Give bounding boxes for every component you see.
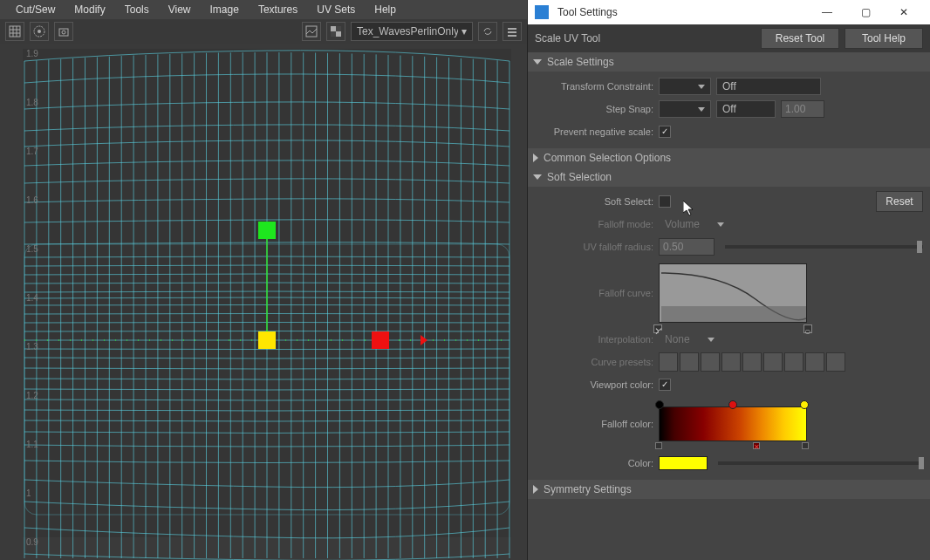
axis-tick: 1.5 [26,244,38,254]
svg-rect-9 [306,26,317,37]
tool-help-button[interactable]: Tool Help [845,28,923,49]
color-swatch[interactable] [659,456,708,470]
preset-4[interactable] [721,352,741,372]
svg-rect-12 [336,26,341,31]
axis-tick: 1.8 [26,98,38,107]
gradient-marker-active[interactable]: ✕ [753,442,760,449]
preset-6[interactable] [763,352,783,372]
preset-8[interactable] [805,352,824,372]
falloff-mode-dropdown[interactable]: Volume [659,215,730,233]
step-snap-label: Step Snap: [535,104,653,114]
soft-select-label: Soft Select: [535,196,653,207]
close-button[interactable]: ✕ [885,0,923,24]
axis-tick: 1 [26,488,31,498]
axis-tick: 1.1 [26,440,38,449]
axis-tick: 1.4 [26,293,38,303]
preset-1[interactable] [659,352,678,372]
menu-view[interactable]: View [160,1,200,18]
gradient-stop-black[interactable] [655,400,664,409]
viewport-color-checkbox[interactable] [659,379,671,391]
svg-point-6 [38,30,41,33]
common-selection-header[interactable]: Common Selection Options [528,148,930,167]
scale-settings-header[interactable]: Scale Settings [528,52,930,72]
axis-tick: 1.3 [26,342,38,352]
falloff-curve-label: Falloff curve: [535,288,653,298]
settings-icon[interactable] [503,22,522,41]
step-snap-dropdown[interactable]: Off [716,100,776,118]
viewport-color-label: Viewport color: [535,379,653,390]
svg-point-8 [62,31,65,34]
section-title: Symmetry Settings [544,483,632,495]
gradient-marker[interactable] [655,442,662,449]
transform-constraint-option-icon[interactable] [659,78,711,95]
preset-3[interactable] [701,352,720,372]
menu-uv-sets[interactable]: UV Sets [308,1,364,18]
window-titlebar[interactable]: Tool Settings — ▢ ✕ [528,0,930,24]
gradient-stop-red[interactable] [728,400,737,409]
curve-presets [659,352,845,372]
menu-tools[interactable]: Tools [116,1,158,18]
preset-2[interactable] [680,352,699,372]
uv-toolbar: Tex_WavesPerlinOnly.p▾ [0,19,527,44]
transform-constraint-dropdown[interactable]: Off [716,78,821,95]
snapshot-icon[interactable] [54,22,73,41]
svg-rect-15 [508,31,516,33]
section-title: Soft Selection [547,171,612,183]
soft-select-checkbox[interactable] [659,195,671,208]
image-display-icon[interactable] [302,22,321,41]
prevent-negative-checkbox[interactable] [659,126,671,138]
uv-falloff-field[interactable]: 0.50 [659,238,715,256]
reset-tool-button[interactable]: Reset Tool [761,28,839,49]
soft-select-reset-button[interactable]: Reset [876,191,923,212]
minimize-button[interactable]: — [808,0,846,24]
gradient-stop-yellow[interactable] [800,400,809,409]
menu-help[interactable]: Help [366,1,405,18]
falloff-color-gradient[interactable]: ✕ [659,406,807,441]
svg-rect-7 [59,29,68,36]
preset-5[interactable] [742,352,762,372]
isolate-select-icon[interactable] [30,22,49,41]
texture-selector-label: Tex_WavesPerlinOnly.p [357,25,458,38]
preset-7[interactable] [784,352,803,372]
axis-tick: 1.6 [26,195,38,205]
axis-tick: 1.2 [26,391,38,400]
step-snap-value[interactable]: 1.00 [781,100,824,118]
curve-presets-label: Curve presets: [535,357,653,367]
section-title: Common Selection Options [544,152,671,164]
prevent-negative-label: Prevent negative scale: [535,126,653,137]
svg-rect-11 [336,31,341,37]
svg-rect-16 [508,35,516,37]
disclosure-triangle-icon [533,154,538,162]
axis-tick: 0.9 [26,537,38,547]
symmetry-settings-header[interactable]: Symmetry Settings [528,480,930,499]
tool-settings-window: Tool Settings — ▢ ✕ Scale UV Tool Reset … [527,0,930,560]
step-snap-option-icon[interactable] [659,100,711,118]
menu-image[interactable]: Image [202,1,248,18]
disclosure-triangle-icon [533,174,542,180]
curve-handle-right[interactable]: ○ [803,324,812,333]
tool-name: Scale UV Tool [535,32,756,44]
disclosure-triangle-icon [533,59,542,65]
svg-rect-0 [10,26,20,37]
maya-logo-icon [535,5,549,19]
interpolation-dropdown[interactable]: None [659,331,721,348]
texture-selector[interactable]: Tex_WavesPerlinOnly.p▾ [351,22,473,41]
uv-falloff-slider[interactable] [725,245,923,249]
menu-modify[interactable]: Modify [65,1,113,18]
color-label: Color: [535,458,653,468]
soft-selection-header[interactable]: Soft Selection [528,167,930,187]
gradient-marker[interactable] [802,442,809,449]
uv-falloff-label: UV falloff radius: [535,242,653,252]
uv-viewport[interactable]: 1.9 1.8 1.7 1.6 1.5 1.4 1.3 1.2 1.1 1 0.… [0,44,527,560]
checker-icon[interactable] [326,22,345,41]
refresh-icon[interactable] [478,22,497,41]
grid-toggle-icon[interactable] [5,22,24,41]
menu-cut-sew[interactable]: Cut/Sew [7,1,64,18]
falloff-curve-editor[interactable] [659,263,807,323]
maximize-button[interactable]: ▢ [846,0,885,24]
color-slider[interactable] [718,461,923,465]
menu-textures[interactable]: Textures [250,1,306,18]
svg-rect-13 [331,31,336,37]
preset-9[interactable] [826,352,845,372]
section-title: Scale Settings [547,56,614,68]
